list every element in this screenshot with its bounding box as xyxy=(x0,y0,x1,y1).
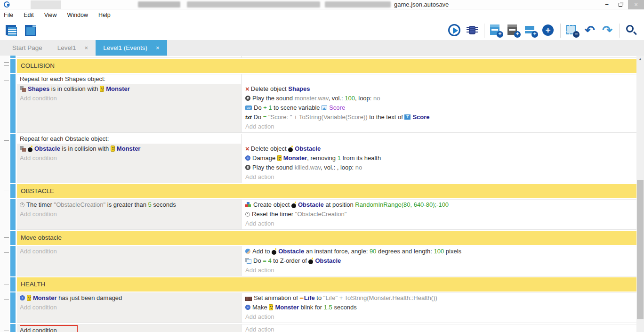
add-action-button[interactable]: Add action xyxy=(245,312,633,322)
text-segment: Monster xyxy=(117,145,141,152)
add-action-button[interactable]: Add action xyxy=(245,266,633,275)
event-selection-bar[interactable] xyxy=(10,277,16,292)
restore-button[interactable] xyxy=(614,0,628,9)
event-selection-bar[interactable] xyxy=(10,74,16,133)
event-group-header[interactable]: Move obstacle xyxy=(17,231,636,245)
text-segment: Obstacle xyxy=(315,257,341,264)
action-line[interactable]: VarDo + 1 to scene variable Score xyxy=(245,103,633,113)
action-line[interactable]: Reset the timer "ObstacleCreation" xyxy=(245,210,633,219)
text-segment: no xyxy=(355,164,362,171)
add-condition-button[interactable]: Add condition xyxy=(20,154,237,163)
event-repeat-header[interactable]: Repeat for each Obstacle object: xyxy=(17,134,636,144)
menu-file[interactable]: File xyxy=(4,10,18,20)
event-selection-bar[interactable] xyxy=(10,246,16,276)
text-segment: pixels xyxy=(444,248,461,255)
close-button[interactable]: × xyxy=(628,0,644,9)
actions-column: Set animation of •••Life to "Life" + ToS… xyxy=(241,293,636,323)
monster-icon xyxy=(269,304,273,310)
play-icon[interactable] xyxy=(448,24,462,38)
undo-icon[interactable]: ↶ xyxy=(583,24,597,38)
menu-help[interactable]: Help xyxy=(98,10,115,20)
event-group-header[interactable]: OBSTACLE xyxy=(17,184,636,198)
condition-line[interactable]: The timer "ObstacleCreation" is greater … xyxy=(20,200,237,210)
text-segment: Create object xyxy=(253,201,291,208)
event-selection-bar[interactable] xyxy=(10,199,16,230)
minimize-button[interactable]: – xyxy=(600,0,614,9)
add-event-icon[interactable]: + xyxy=(489,24,503,38)
action-line[interactable]: Add to Obstacle an instant force, angle:… xyxy=(245,247,633,256)
text-segment: Do xyxy=(253,113,263,121)
add-action-button[interactable]: Add action xyxy=(245,172,633,182)
event-selection-bar[interactable] xyxy=(10,292,16,323)
text-segment: Delete object xyxy=(251,85,289,92)
add-condition-button[interactable]: Add condition xyxy=(20,210,237,219)
tab-start-page[interactable]: Start Page xyxy=(5,40,50,56)
add-condition-button[interactable]: Add condition xyxy=(20,247,237,256)
text-segment: seconds xyxy=(332,304,357,311)
action-line[interactable]: ×Delete object Obstacle xyxy=(245,144,633,154)
add-comment-icon[interactable]: + xyxy=(524,24,538,38)
text-segment: Life xyxy=(304,294,315,301)
toolbar-separator xyxy=(484,24,484,38)
action-line[interactable]: Make Monster blink for 1.5 seconds xyxy=(245,303,633,312)
event-selection-bar[interactable] xyxy=(10,59,16,73)
text-segment: an instant force, angle: xyxy=(304,248,370,255)
action-line[interactable]: ×Delete object Shapes xyxy=(245,84,633,94)
tab-close-icon[interactable]: × xyxy=(156,44,160,51)
tab-level1-events-[interactable]: Level1 (Events)× xyxy=(96,40,167,56)
add-condition-button[interactable]: Add condition xyxy=(20,94,237,103)
condition-line[interactable]: Obstacle is in collision with Monster xyxy=(20,144,237,154)
add-action-button[interactable]: Add action xyxy=(245,325,633,332)
event-repeat-header[interactable]: Repeat for each Shapes object: xyxy=(17,74,636,84)
redo-icon[interactable]: ↷ xyxy=(600,24,614,38)
action-line[interactable]: Play the sound monster.wav, vol.: 100, l… xyxy=(245,94,633,103)
tab-level1[interactable]: Level1× xyxy=(50,40,96,56)
condition-line[interactable]: Shapes is in collision with Monster xyxy=(20,84,237,94)
text-segment: 5 xyxy=(148,201,152,208)
gutter-tick xyxy=(4,331,9,331)
event-selection-bar[interactable] xyxy=(10,231,16,245)
tab-bar: Start PageLevel1×Level1 (Events)× xyxy=(0,40,644,56)
text-segment: = 4 xyxy=(263,257,271,264)
action-line[interactable]: txtDo = "Score: " + ToString(Variable(Sc… xyxy=(245,113,633,122)
add-condition-button[interactable]: Add condition xyxy=(20,303,237,312)
scrollbar-thumb[interactable] xyxy=(637,180,644,319)
bomb-icon xyxy=(272,250,276,255)
text-segment: Obstacle xyxy=(278,248,304,255)
action-line[interactable]: Create object Obstacle at position Rando… xyxy=(245,200,633,210)
menu-window[interactable]: Window xyxy=(67,10,93,20)
add-new-icon[interactable]: + xyxy=(541,24,555,38)
event-selection-bar[interactable] xyxy=(10,56,16,58)
bomb-icon xyxy=(291,203,296,208)
menu-view[interactable]: View xyxy=(44,10,62,20)
action-line[interactable]: Do = 4 to Z-order of Obstacle xyxy=(245,256,633,266)
menu-edit[interactable]: Edit xyxy=(24,10,39,20)
event-selection-bar[interactable] xyxy=(10,324,16,332)
text-segment: , vol.: xyxy=(329,95,345,102)
action-line[interactable]: Damage Monster, removing 1 from its heal… xyxy=(245,154,633,163)
debug-icon[interactable] xyxy=(465,24,479,38)
add-action-button[interactable]: Add action xyxy=(245,122,633,131)
scroll-up-arrow[interactable]: ▲ xyxy=(636,56,644,63)
vertical-scrollbar[interactable]: ▲ ▼ xyxy=(636,56,644,332)
search-icon[interactable] xyxy=(624,24,638,38)
force-icon xyxy=(245,249,250,254)
tab-close-icon[interactable]: × xyxy=(85,44,89,51)
action-line[interactable]: Play the sound killed.wav, vol.: , loop:… xyxy=(245,163,633,172)
text-segment: seconds xyxy=(152,201,176,208)
add-condition-button[interactable]: Add condition xyxy=(20,325,237,332)
event-group-header[interactable]: COLLISION xyxy=(17,59,636,73)
add-subevent-icon[interactable]: + xyxy=(507,24,521,38)
action-line[interactable]: Set animation of •••Life to "Life" + ToS… xyxy=(245,293,633,303)
text-segment: Set animation of xyxy=(254,294,300,301)
start-page-icon[interactable] xyxy=(24,24,38,38)
text-segment: Shapes xyxy=(288,85,310,92)
project-manager-icon[interactable] xyxy=(5,24,19,38)
condition-line[interactable]: Monster has just been damaged xyxy=(20,293,237,303)
event-selection-bar[interactable] xyxy=(10,134,16,183)
add-action-button[interactable]: Add action xyxy=(245,219,633,228)
zorder-icon xyxy=(245,258,251,264)
remove-event-icon[interactable]: − xyxy=(565,24,580,38)
event-selection-bar[interactable] xyxy=(10,184,16,198)
event-group-header[interactable]: HEALTH xyxy=(17,277,636,292)
